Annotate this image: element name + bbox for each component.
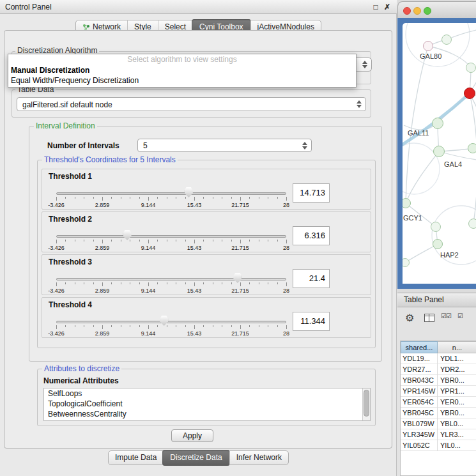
tab-infer-network[interactable]: Infer Network [229, 450, 288, 465]
network-node[interactable] [403, 258, 410, 267]
table-cell[interactable]: YLR3... [438, 429, 476, 440]
tab-label: Infer Network [236, 450, 282, 465]
slider-thumb[interactable] [233, 273, 242, 283]
list-item[interactable]: SelfLoops [44, 388, 370, 399]
tick-mark [268, 282, 268, 284]
threshold-3-slider[interactable]: -3.426 2.859 9.144 15.43 21.715 28 [56, 270, 286, 295]
table-cell[interactable]: YBR045C [401, 408, 438, 418]
network-canvas[interactable]: GAL80GAL11GAL4GCY1HAP2 [403, 23, 476, 284]
table-row[interactable]: YBL079W YBL0... [401, 418, 476, 429]
table-cell[interactable]: YBR043C [401, 375, 438, 386]
apply-button[interactable]: Apply [171, 429, 213, 442]
network-node[interactable] [433, 146, 445, 157]
network-node[interactable] [441, 35, 452, 45]
column-header-shared-name[interactable]: shared... [401, 341, 438, 353]
tick-mark [111, 197, 112, 199]
slider-track[interactable] [56, 192, 286, 195]
window-title: Control Panel [5, 0, 52, 14]
tab-discretize-data[interactable]: Discretize Data [162, 450, 229, 466]
close-traffic-light[interactable] [403, 7, 411, 15]
slider-scale: -3.426 2.859 9.144 15.43 21.715 28 [56, 245, 286, 251]
table-cell[interactable]: YBL079W [401, 418, 438, 429]
selected-node[interactable] [464, 88, 475, 99]
minimize-traffic-light[interactable] [413, 7, 421, 15]
threshold-2-slider[interactable]: -3.426 2.859 9.144 15.43 21.715 28 [56, 227, 286, 252]
number-of-intervals-combobox[interactable]: 5 [137, 139, 312, 152]
show-columns-icon[interactable] [424, 314, 434, 322]
table-row[interactable]: YPR145W YPR1... [401, 386, 476, 397]
threshold-1-slider[interactable]: -3.426 2.859 9.144 15.43 21.715 28 [56, 185, 286, 209]
list-scrollbar[interactable] [362, 388, 370, 420]
table-cell[interactable]: YER054C [401, 397, 438, 408]
table-cell[interactable]: YDL1... [438, 353, 476, 364]
table-cell[interactable]: YPR1... [438, 386, 476, 397]
popup-item-equal-width-frequency[interactable]: Equal Width/Frequency Discretization [8, 75, 356, 86]
table-row[interactable]: YDL19... YDL1... [401, 353, 476, 364]
select-column-icon[interactable]: ☑ [457, 312, 463, 319]
popup-item-manual-discretization[interactable]: Manual Discretization [8, 65, 356, 75]
threshold-4-value-field[interactable]: 11.344 [293, 312, 330, 331]
table-row[interactable]: YLR345W YLR3... [401, 429, 476, 440]
table-row[interactable]: YDR27... YDR2... [401, 364, 476, 375]
table-cell[interactable]: YIL0... [438, 440, 476, 451]
table-row[interactable]: YIL052C YIL0... [401, 440, 476, 451]
numerical-attributes-label: Numerical Attributes [43, 376, 119, 385]
scale-label: 28 [283, 288, 289, 294]
tick-mark [249, 282, 250, 284]
threshold-1-value-field[interactable]: 14.713 [293, 183, 330, 203]
network-node[interactable] [403, 198, 411, 208]
network-window-titlebar [397, 1, 476, 18]
threshold-4-slider[interactable]: -3.426 2.859 9.144 15.43 21.715 28 [56, 313, 286, 337]
tick-mark [167, 325, 167, 327]
tick-mark [148, 282, 149, 286]
tab-impute-data[interactable]: Impute Data [109, 450, 163, 465]
table-cell[interactable]: YBL0... [438, 418, 476, 429]
scale-label: 2.859 [95, 245, 110, 251]
scale-label: 21.715 [231, 330, 249, 337]
table-row[interactable]: YBR045C YBR0... [401, 408, 476, 418]
tick-mark [268, 197, 268, 199]
threshold-2-value-field[interactable]: 6.316 [293, 226, 330, 245]
tick-mark [93, 197, 94, 199]
network-node[interactable] [431, 222, 441, 232]
network-node[interactable] [433, 239, 443, 249]
select-all-columns-icon[interactable]: ☑☑ [441, 312, 451, 319]
table-cell[interactable]: YDL19... [401, 353, 438, 364]
network-node[interactable] [466, 63, 476, 73]
slider-track[interactable] [56, 278, 286, 280]
float-icon[interactable]: □ [371, 1, 381, 13]
tick-mark [139, 197, 140, 199]
table-row[interactable]: YBR043C YBR0... [401, 375, 476, 386]
threshold-3-value-field[interactable]: 21.4 [293, 269, 330, 288]
table-cell[interactable]: YBR0... [438, 408, 476, 418]
column-header-name[interactable]: n... [438, 341, 476, 353]
network-node[interactable] [423, 41, 433, 51]
table-cell[interactable]: YBR0... [438, 375, 476, 386]
table-row[interactable]: YER054C YER0... [401, 397, 476, 408]
list-item[interactable]: BetweennessCentrality [44, 409, 370, 419]
close-icon[interactable]: ✗ [382, 1, 392, 13]
table-cell[interactable]: YER0... [438, 397, 476, 408]
network-node[interactable] [432, 118, 443, 129]
slider-thumb[interactable] [185, 187, 193, 197]
tick-mark [130, 282, 130, 284]
slider-thumb[interactable] [123, 230, 132, 240]
scrollbar-thumb[interactable] [364, 390, 369, 417]
slider-thumb[interactable] [160, 316, 168, 326]
threshold-4-label: Threshold 4 [49, 300, 92, 309]
network-node[interactable] [468, 219, 476, 229]
tab-label: Discretize Data [170, 450, 222, 466]
table-cell[interactable]: YDR27... [401, 364, 438, 375]
network-node[interactable] [468, 143, 476, 153]
zoom-traffic-light[interactable] [424, 7, 431, 15]
gear-icon[interactable]: ⚙ [405, 311, 414, 325]
table-cell[interactable]: YDR2... [438, 364, 476, 375]
table-cell[interactable]: YLR345W [401, 429, 438, 440]
table-data-combobox[interactable]: galFiltered.sif default node [17, 97, 366, 111]
tick-mark [93, 240, 94, 242]
list-item[interactable]: TopologicalCoefficient [44, 399, 370, 409]
slider-track[interactable] [56, 321, 286, 323]
table-cell[interactable]: YPR145W [401, 386, 438, 397]
table-cell[interactable]: YIL052C [401, 440, 438, 451]
slider-track[interactable] [56, 235, 286, 238]
